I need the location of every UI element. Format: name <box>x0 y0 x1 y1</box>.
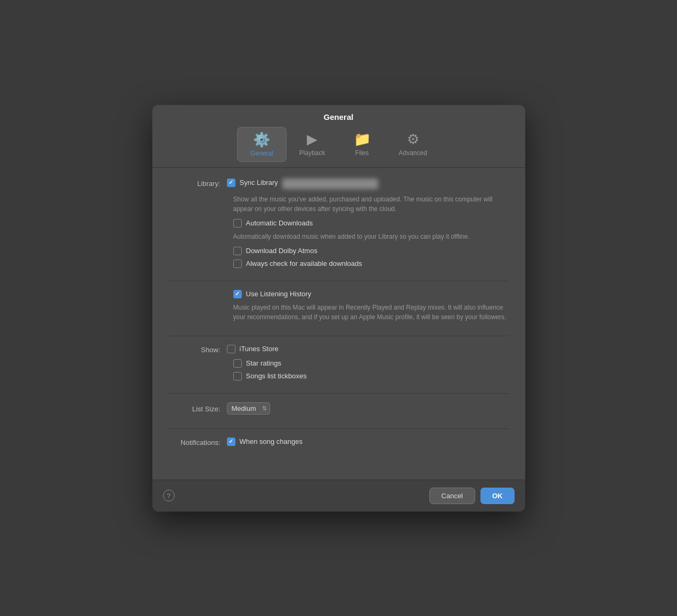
preferences-dialog: General ⚙️ General ▶ Playback 📁 Files ⚙ … <box>152 105 525 512</box>
when-song-changes-label: When song changes <box>240 437 303 445</box>
tab-files[interactable]: 📁 Files <box>338 127 386 162</box>
list-size-label: List Size: <box>168 404 227 413</box>
dolby-atmos-label: Download Dolby Atmos <box>246 247 317 255</box>
sync-library-row: Library: Sync Library <box>168 179 509 189</box>
tab-advanced[interactable]: ⚙ Advanced <box>386 127 440 162</box>
songs-tickboxes-checkbox[interactable] <box>233 372 242 380</box>
automatic-downloads-checkbox[interactable] <box>233 219 242 228</box>
always-check-label: Always check for available downloads <box>246 260 362 268</box>
use-history-label: Use Listening History <box>246 290 312 298</box>
automatic-downloads-description: Automatically download music when added … <box>233 232 509 241</box>
itunes-store-row: Show: iTunes Store <box>168 345 509 354</box>
tab-playback-label: Playback <box>299 149 325 157</box>
songs-tickboxes-label: Songs list tickboxes <box>246 372 307 380</box>
tab-general[interactable]: ⚙️ General <box>237 127 287 162</box>
use-history-description: Music played on this Mac will appear in … <box>233 303 509 322</box>
content-area: Library: Sync Library Show all the music… <box>152 168 525 480</box>
tab-files-label: Files <box>355 149 369 157</box>
notifications-row: Notifications: When song changes <box>168 437 509 447</box>
automatic-downloads-label: Automatic Downloads <box>246 219 313 227</box>
help-button[interactable]: ? <box>163 490 175 501</box>
list-size-wrapper: Small Medium Large <box>227 402 270 415</box>
notifications-section: Notifications: When song changes <box>168 437 509 460</box>
dialog-title: General <box>152 105 525 127</box>
blurred-content <box>282 179 378 189</box>
footer-actions: Cancel OK <box>429 488 515 504</box>
footer: ? Cancel OK <box>152 480 525 512</box>
list-size-select[interactable]: Small Medium Large <box>227 402 270 415</box>
library-label: Library: <box>168 179 227 188</box>
ok-button[interactable]: OK <box>480 488 515 504</box>
always-check-checkbox[interactable] <box>233 260 242 268</box>
dolby-atmos-checkbox[interactable] <box>233 247 242 255</box>
star-ratings-checkbox[interactable] <box>233 359 242 368</box>
tab-playback[interactable]: ▶ Playback <box>287 127 338 162</box>
playback-icon: ▶ <box>307 131 317 148</box>
show-section: Show: iTunes Store Star ratings Songs li… <box>168 345 509 394</box>
advanced-icon: ⚙ <box>407 131 419 148</box>
use-history-checkbox[interactable] <box>233 290 242 298</box>
tab-advanced-label: Advanced <box>399 149 427 157</box>
library-section: Library: Sync Library Show all the music… <box>168 179 509 281</box>
itunes-store-checkbox[interactable] <box>227 345 235 353</box>
list-size-row: List Size: Small Medium Large <box>168 402 509 415</box>
notifications-label: Notifications: <box>168 437 227 447</box>
automatic-downloads-row: Automatic Downloads <box>233 219 509 228</box>
sync-library-checkbox[interactable] <box>227 179 235 187</box>
when-song-changes-checkbox[interactable] <box>227 437 235 446</box>
dolby-atmos-row: Download Dolby Atmos <box>233 247 509 255</box>
history-section: Use Listening History Music played on th… <box>168 290 509 336</box>
itunes-store-label: iTunes Store <box>240 345 279 353</box>
songs-tickboxes-row: Songs list tickboxes <box>233 372 509 380</box>
star-ratings-row: Star ratings <box>233 359 509 368</box>
star-ratings-label: Star ratings <box>246 359 281 367</box>
toolbar: ⚙️ General ▶ Playback 📁 Files ⚙ Advanced <box>152 127 525 168</box>
use-history-row: Use Listening History <box>233 290 509 298</box>
sync-description: Show all the music you've added, purchas… <box>233 194 509 214</box>
tab-general-label: General <box>250 150 273 157</box>
sync-library-label: Sync Library <box>240 179 278 187</box>
always-check-row: Always check for available downloads <box>233 260 509 268</box>
cancel-button[interactable]: Cancel <box>429 488 475 504</box>
files-icon: 📁 <box>354 131 371 148</box>
list-size-section: List Size: Small Medium Large <box>168 402 509 429</box>
show-label: Show: <box>168 345 227 354</box>
general-icon: ⚙️ <box>253 132 270 148</box>
